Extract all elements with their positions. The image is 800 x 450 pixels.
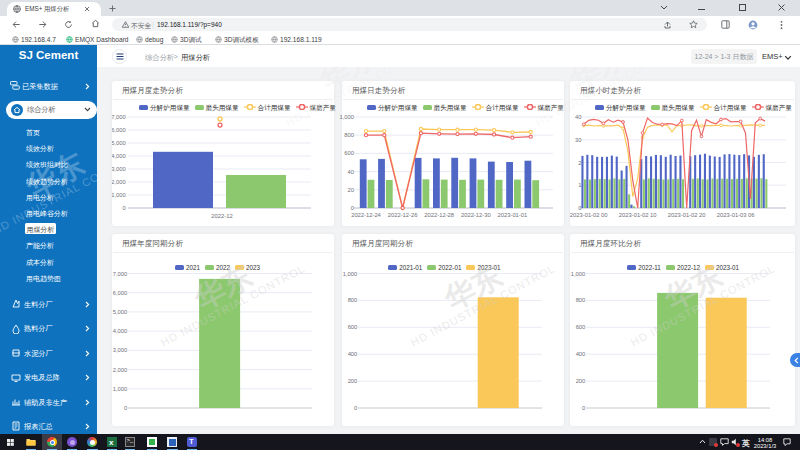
svg-text:200: 200 [348, 378, 358, 384]
svg-text:30: 30 [575, 137, 581, 143]
svg-text:6,000: 6,000 [113, 289, 128, 295]
svg-text:2022-12-24: 2022-12-24 [351, 212, 381, 218]
svg-text:800: 800 [576, 297, 586, 303]
svg-text:5,000: 5,000 [113, 308, 128, 314]
svg-text:0: 0 [124, 405, 127, 411]
svg-text:2,000: 2,000 [113, 366, 128, 372]
svg-text:600: 600 [576, 324, 586, 330]
svg-text:1: 1 [578, 182, 581, 188]
svg-text:40: 40 [575, 114, 581, 120]
svg-text:2022-12: 2022-12 [211, 213, 232, 219]
svg-text:0: 0 [578, 205, 581, 211]
svg-text:200: 200 [576, 378, 586, 384]
svg-text:1,000: 1,000 [343, 270, 358, 276]
svg-text:2023-01-01: 2023-01-01 [498, 212, 528, 218]
svg-text:800: 800 [344, 132, 354, 138]
svg-text:4,000: 4,000 [112, 153, 126, 159]
svg-text:3,000: 3,000 [113, 347, 128, 353]
svg-text:400: 400 [348, 351, 358, 357]
svg-text:2023-01-02 00: 2023-01-02 00 [570, 212, 608, 218]
svg-text:600: 600 [348, 324, 358, 330]
svg-text:2022-12-26: 2022-12-26 [388, 212, 418, 218]
svg-text:40: 40 [348, 169, 354, 175]
svg-text:600: 600 [344, 150, 354, 156]
svg-text:400: 400 [576, 351, 586, 357]
svg-text:2023-01-03 06: 2023-01-03 06 [717, 212, 755, 218]
svg-text:3,000: 3,000 [112, 166, 126, 172]
svg-text:20: 20 [348, 187, 354, 193]
svg-text:1,000: 1,000 [339, 114, 354, 120]
svg-text:2023-01-02 20: 2023-01-02 20 [668, 212, 706, 218]
svg-text:2022-12-28: 2022-12-28 [424, 212, 454, 218]
svg-text:5,000: 5,000 [112, 140, 126, 146]
svg-text:6,000: 6,000 [112, 127, 126, 133]
svg-text:7,000: 7,000 [113, 270, 128, 276]
svg-text:0: 0 [351, 205, 354, 211]
svg-text:0: 0 [354, 405, 357, 411]
svg-text:7,000: 7,000 [112, 114, 126, 120]
svg-text:2,000: 2,000 [112, 179, 126, 185]
svg-text:1,000: 1,000 [571, 270, 586, 276]
svg-text:0: 0 [122, 205, 125, 211]
svg-text:2: 2 [578, 160, 581, 166]
svg-text:4,000: 4,000 [113, 328, 128, 334]
svg-text:0: 0 [582, 405, 585, 411]
svg-text:800: 800 [348, 297, 358, 303]
svg-text:2023-01-02 10: 2023-01-02 10 [619, 212, 657, 218]
svg-text:1,000: 1,000 [113, 385, 128, 391]
svg-text:1,000: 1,000 [112, 192, 126, 198]
svg-text:2022-12-30: 2022-12-30 [461, 212, 491, 218]
